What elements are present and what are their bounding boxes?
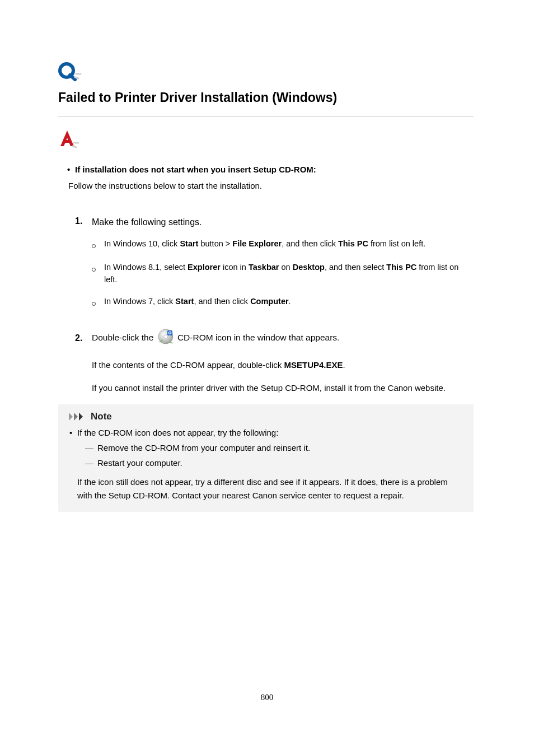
- bold-text: MSETUP4.EXE: [284, 360, 343, 370]
- divider: [58, 116, 474, 117]
- bold-text: Computer: [250, 297, 288, 306]
- section-bullet: • If installation does not start when yo…: [67, 165, 474, 174]
- ring-bullet-icon: [92, 261, 104, 286]
- text: Restart your computer.: [97, 458, 182, 468]
- note-heading-text: Note: [91, 411, 112, 422]
- step-number: 2.: [75, 333, 92, 343]
- note-dash-2: — Restart your computer.: [85, 458, 463, 468]
- bold-text: Taskbar: [249, 263, 279, 272]
- text: button >: [198, 239, 232, 248]
- note-para: If the icon still does not appear, try a…: [77, 475, 463, 502]
- step2-sub-2: If you cannot install the printer driver…: [92, 381, 474, 394]
- bold-text: File Explorer: [232, 239, 282, 248]
- svg-rect-6: [168, 333, 171, 333]
- note-heading: Note: [68, 411, 463, 422]
- text: In Windows 7, click: [104, 297, 175, 306]
- bullet-dot: •: [69, 428, 77, 437]
- dash-icon: —: [85, 443, 97, 452]
- text: on: [279, 263, 292, 272]
- cd-rom-icon: [157, 328, 174, 348]
- text: In Windows 10, click: [104, 239, 180, 248]
- dash-icon: —: [85, 458, 97, 468]
- bold-text: Explorer: [188, 263, 221, 272]
- bullet-dot: •: [67, 165, 75, 174]
- page: Failed to Printer Driver Installation (W…: [0, 0, 534, 756]
- bold-text: Start: [180, 239, 198, 248]
- text: , and then click: [194, 297, 250, 306]
- section-follow: Follow the instructions below to start t…: [68, 180, 474, 192]
- ring-bullet-icon: [92, 295, 104, 309]
- step1-sub-3: In Windows 7, click Start, and then clic…: [92, 295, 474, 309]
- bold-text: This PC: [338, 239, 368, 248]
- text: In Windows 8.1, select: [104, 263, 188, 272]
- note-chevrons-icon: [68, 412, 87, 422]
- text: If the contents of the CD-ROM appear, do…: [92, 360, 284, 370]
- step1-sub-1: In Windows 10, click Start button > File…: [92, 237, 474, 251]
- text: CD-ROM icon in the window that appears.: [177, 333, 339, 342]
- svg-point-2: [163, 335, 167, 338]
- ring-bullet-icon: [92, 237, 104, 251]
- step-1: 1. Make the following settings.: [75, 216, 474, 228]
- question-icon: [58, 62, 474, 82]
- step-text: Make the following settings.: [92, 216, 474, 228]
- bold-text: Desktop: [293, 263, 325, 272]
- section-lead: If installation does not start when you …: [75, 165, 316, 174]
- text: Remove the CD-ROM from your computer and…: [97, 443, 310, 452]
- answer-icon: [58, 129, 474, 150]
- text: .: [343, 360, 345, 370]
- text: Double-click the: [92, 333, 156, 342]
- text: from list on left.: [368, 239, 425, 248]
- text: If the CD-ROM icon does not appear, try …: [77, 428, 463, 437]
- note-lead: • If the CD-ROM icon does not appear, tr…: [69, 428, 463, 437]
- text: , and then click: [282, 239, 338, 248]
- step2-sub-1: If the contents of the CD-ROM appear, do…: [92, 358, 474, 371]
- page-title: Failed to Printer Driver Installation (W…: [58, 90, 474, 106]
- note-dash-1: — Remove the CD-ROM from your computer a…: [85, 443, 463, 452]
- text: , and then select: [325, 263, 386, 272]
- page-number: 800: [0, 693, 534, 702]
- note-box: Note • If the CD-ROM icon does not appea…: [58, 404, 474, 512]
- text: icon in: [221, 263, 249, 272]
- bold-text: Start: [175, 297, 194, 306]
- text: .: [289, 297, 291, 306]
- step-number: 1.: [75, 216, 92, 228]
- step1-sub-2: In Windows 8.1, select Explorer icon in …: [92, 261, 474, 286]
- bold-text: This PC: [386, 263, 416, 272]
- step-2: 2. Double-click the: [75, 328, 474, 348]
